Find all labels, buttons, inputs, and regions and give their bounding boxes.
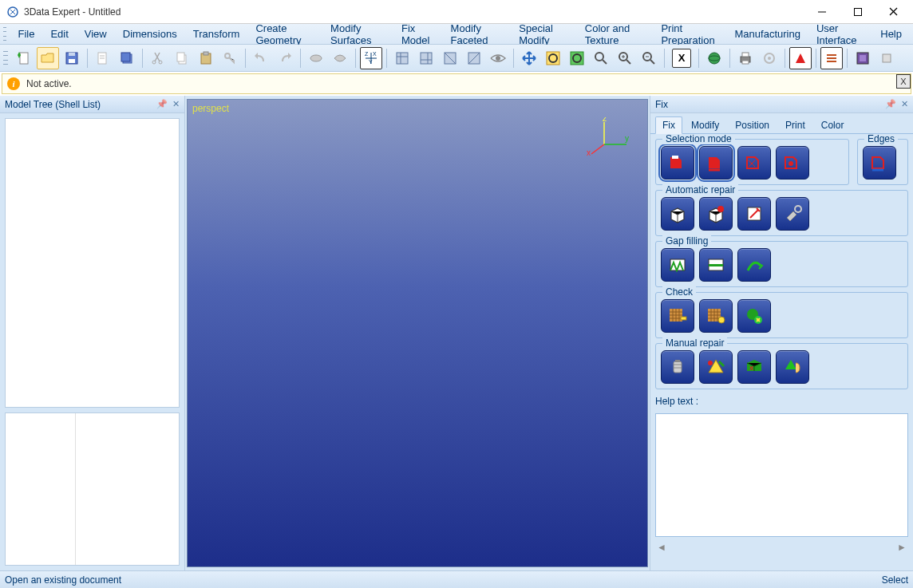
viewport-label: perspect: [192, 103, 229, 114]
svg-rect-57: [883, 54, 891, 62]
auto-repair-3[interactable]: [737, 197, 771, 231]
svg-point-45: [709, 53, 720, 64]
doc-button[interactable]: [92, 47, 114, 69]
view-2[interactable]: [415, 47, 437, 69]
toolbar-grip[interactable]: [3, 51, 8, 65]
svg-point-66: [788, 161, 793, 166]
zoom-fit-button[interactable]: [542, 47, 564, 69]
app-icon: [6, 6, 19, 18]
zoom-button[interactable]: [590, 47, 612, 69]
edges-tool[interactable]: [863, 146, 896, 180]
new-button[interactable]: [13, 47, 35, 69]
tool-a[interactable]: [305, 47, 327, 69]
view-4[interactable]: [463, 47, 485, 69]
zoom-out-button[interactable]: [638, 47, 660, 69]
svg-rect-74: [709, 264, 723, 266]
auto-repair-2[interactable]: [699, 197, 733, 231]
tab-modify[interactable]: Modify: [684, 116, 726, 134]
tool-b[interactable]: [329, 47, 351, 69]
group-edges: Edges: [857, 139, 908, 185]
auto-repair-1[interactable]: [661, 197, 694, 231]
view-3[interactable]: [439, 47, 461, 69]
check-3[interactable]: [737, 299, 771, 333]
move-button[interactable]: [518, 47, 540, 69]
label-gap-filling: Gap filling: [662, 235, 711, 247]
label-manual-repair: Manual repair: [662, 337, 727, 349]
gap-1[interactable]: [661, 248, 694, 282]
menu-dimensions[interactable]: Dimensions: [115, 25, 185, 43]
manual-3[interactable]: X: [737, 350, 771, 384]
cut-button[interactable]: [147, 47, 169, 69]
svg-rect-13: [121, 53, 130, 61]
sel-mode-2[interactable]: [699, 146, 733, 180]
chip2-button[interactable]: [875, 47, 898, 69]
message-close[interactable]: X: [896, 74, 911, 89]
label-selection-mode: Selection mode: [662, 133, 735, 144]
redo-button[interactable]: [274, 47, 296, 69]
target-button[interactable]: [758, 47, 781, 69]
gap-3[interactable]: [737, 248, 771, 282]
zoom-window-button[interactable]: [566, 47, 588, 69]
open-button[interactable]: [37, 47, 59, 69]
menu-edit[interactable]: Edit: [42, 25, 76, 43]
menu-view[interactable]: View: [77, 25, 115, 43]
scroll-left[interactable]: ◄: [657, 542, 666, 553]
x-box-button[interactable]: X: [672, 49, 691, 68]
check-2[interactable]: [699, 299, 733, 333]
svg-text:x: x: [587, 148, 591, 157]
view-1[interactable]: [391, 47, 413, 69]
close-button[interactable]: [875, 0, 911, 23]
tab-position[interactable]: Position: [728, 116, 777, 134]
triangle-red-button[interactable]: [789, 47, 812, 69]
model-tree-body[interactable]: [5, 118, 180, 408]
check-1[interactable]: [661, 299, 694, 333]
tab-print[interactable]: Print: [778, 116, 812, 134]
sel-mode-3[interactable]: [737, 146, 771, 180]
manual-4[interactable]: [776, 350, 809, 384]
manual-1[interactable]: [661, 350, 694, 384]
gap-2[interactable]: [699, 248, 733, 282]
fix-panel: Fix 📌✕ Fix Modify Position Print Color S…: [650, 96, 913, 570]
fix-close-icon[interactable]: ✕: [901, 99, 908, 109]
print-button[interactable]: [734, 47, 757, 69]
svg-line-39: [626, 60, 630, 64]
svg-text:Z: Z: [365, 51, 369, 57]
undo-button[interactable]: [250, 47, 272, 69]
copy-button[interactable]: [171, 47, 193, 69]
menu-help[interactable]: Help: [872, 25, 910, 43]
properties-body[interactable]: [5, 412, 180, 566]
save-all-button[interactable]: [116, 47, 138, 69]
info-icon: i: [7, 77, 20, 90]
help-text-label: Help text :: [655, 396, 908, 407]
tab-fix[interactable]: Fix: [655, 116, 682, 134]
sel-mode-4[interactable]: [776, 146, 809, 180]
menu-file[interactable]: File: [10, 25, 42, 43]
svg-rect-7: [69, 59, 75, 63]
scroll-right[interactable]: ►: [897, 542, 907, 553]
manual-2[interactable]: [699, 350, 733, 384]
menu-grip[interactable]: [3, 27, 6, 41]
save-button[interactable]: [61, 47, 83, 69]
tab-color[interactable]: Color: [814, 116, 852, 134]
xyz-button[interactable]: ZXY: [360, 47, 382, 69]
list-button[interactable]: [820, 47, 843, 69]
chip-button[interactable]: [852, 47, 874, 69]
paste-button[interactable]: [195, 47, 217, 69]
svg-point-71: [795, 206, 801, 212]
menu-manufacturing[interactable]: Manufacturing: [727, 25, 808, 43]
viewport[interactable]: perspect z y x: [187, 99, 648, 567]
sel-mode-1[interactable]: [661, 146, 694, 180]
globe-button[interactable]: [703, 47, 725, 69]
zoom-in-button[interactable]: [614, 47, 636, 69]
auto-repair-4[interactable]: [776, 197, 809, 231]
key-button[interactable]: [219, 47, 241, 69]
help-text-box[interactable]: [655, 413, 908, 537]
pin-icon[interactable]: 📌: [156, 99, 168, 109]
fix-pin-icon[interactable]: 📌: [885, 99, 896, 109]
menu-transform[interactable]: Transform: [185, 25, 248, 43]
svg-rect-76: [681, 317, 686, 320]
panel-close-icon[interactable]: ✕: [172, 99, 180, 109]
eye-button[interactable]: [487, 47, 509, 69]
svg-rect-17: [177, 53, 184, 61]
label-auto-repair: Automatic repair: [662, 184, 738, 195]
